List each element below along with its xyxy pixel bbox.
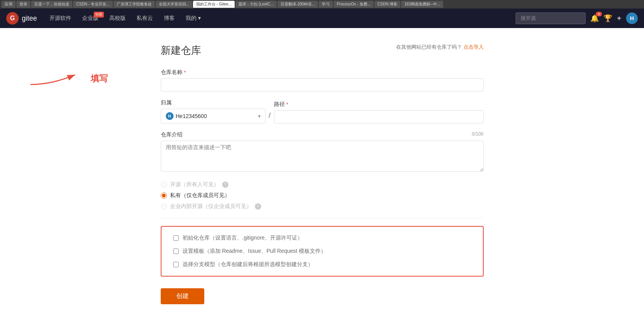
dropdown-chevron-icon: ▾: [258, 113, 261, 119]
repo-name-input[interactable]: [161, 78, 484, 92]
public-radio[interactable]: [161, 182, 167, 188]
nav-mine[interactable]: 我的 ▾: [181, 12, 205, 24]
create-button[interactable]: 创建: [161, 288, 204, 304]
repo-name-label: 仓库名称 *: [161, 69, 484, 76]
public-help-icon[interactable]: ?: [222, 182, 228, 188]
brand-name: gitee: [22, 14, 37, 23]
tab-login[interactable]: 登录: [16, 1, 30, 8]
visibility-enterprise[interactable]: 企业内部开源（仅企业成员可见） ?: [161, 203, 484, 210]
annotation: 填写: [91, 73, 108, 85]
main-content: 新建仓库 在其他网站已经有仓库了吗？ 点击导入 填写: [0, 28, 644, 328]
tab-163[interactable]: 163网易免费邮--中...: [401, 1, 443, 8]
form-container: 新建仓库 在其他网站已经有仓库了吗？ 点击导入 填写: [153, 44, 491, 304]
enterprise-badge: 特惠: [94, 12, 104, 18]
set-template-label: 设置模板（添加 Readme、Issue、Pull Request 模板文件）: [182, 248, 326, 255]
import-link[interactable]: 点击导入: [463, 44, 484, 50]
enterprise-help-icon[interactable]: ?: [255, 203, 261, 210]
nav-opensource[interactable]: 开源软件: [45, 12, 76, 24]
visibility-group: 开源（所有人可见） ? 私有（仅仓库成员可见） 企业内部开源（仅企业成员可见） …: [161, 181, 484, 210]
brand-logo[interactable]: G gitee: [6, 12, 37, 25]
navbar: G gitee 开源软件 企业版 特惠 高校版 私有云 博客 我的 ▾ 搜开源 …: [0, 9, 644, 28]
annotation-text: 填写: [91, 73, 108, 85]
tab-fanyi[interactable]: 百度翻译-200种语...: [277, 1, 318, 8]
tab-csdn[interactable]: CSDN - 专业开发...: [73, 1, 113, 8]
checkbox-init: 初始化仓库（设置语言、.gitignore、开源许可证）: [173, 235, 471, 242]
checkbox-template: 设置模板（添加 Readme、Issue、Pull Request 模板文件）: [173, 248, 471, 255]
repo-name-group: 填写 仓库名称 *: [161, 69, 484, 92]
required-star: *: [184, 69, 186, 76]
tab-study[interactable]: 学习: [319, 1, 333, 8]
import-area: 在其他网站已经有仓库了吗？ 点击导入: [396, 44, 484, 51]
nav-enterprise[interactable]: 企业版 特惠: [77, 12, 103, 24]
enterprise-label: 企业内部开源（仅企业成员可见）: [170, 203, 252, 210]
notification-count: 6: [596, 12, 602, 16]
browser-tabs: 应用 登录 百度一下，你就知道 CSDN - 专业开发... 广东理工学院教务处…: [0, 0, 644, 9]
visibility-private[interactable]: 私有（仅仓库成员可见）: [161, 192, 484, 199]
path-input[interactable]: [274, 110, 484, 123]
tab-baidu[interactable]: 百度一下，你就知道: [31, 1, 72, 8]
add-button[interactable]: +: [617, 14, 621, 23]
tab-processon[interactable]: ProcessOn - 免费...: [333, 1, 374, 8]
public-label: 开源（所有人可见）: [170, 181, 219, 188]
search-input[interactable]: 搜开源: [516, 12, 586, 24]
import-text: 在其他网站已经有仓库了吗？: [396, 44, 462, 50]
visibility-public[interactable]: 开源（所有人可见） ?: [161, 181, 484, 188]
divider: [161, 218, 484, 218]
path-separator: /: [266, 111, 274, 123]
tab-gdut[interactable]: 广东理工学院教务处: [114, 1, 155, 8]
owner-value: He12345600: [176, 113, 207, 119]
nav-university[interactable]: 高校版: [105, 12, 130, 24]
path-required-star: *: [286, 101, 288, 108]
checkbox-branch: 选择分支模型（仓库创建后将根据所选模型创建分支）: [173, 261, 471, 268]
tab-cet[interactable]: 全国大学英语四...: [156, 1, 192, 8]
description-group: 仓库介绍 0/100: [161, 131, 484, 173]
tab-app[interactable]: 应用: [2, 1, 16, 8]
owner-path-row: 归属 H He12345600 ▾ / 路径 *: [161, 99, 484, 123]
user-avatar[interactable]: H: [626, 12, 638, 24]
tab-csdn2[interactable]: CSDN 博客: [374, 1, 400, 8]
init-repo-checkbox[interactable]: [173, 235, 179, 241]
owner-label: 归属: [161, 99, 266, 106]
gitee-logo-icon: G: [6, 12, 19, 25]
branch-model-checkbox[interactable]: [173, 262, 179, 267]
path-label: 路径 *: [274, 101, 484, 108]
nav-private-cloud[interactable]: 私有云: [132, 12, 158, 24]
owner-select[interactable]: H He12345600 ▾: [161, 109, 266, 123]
tab-leetcode[interactable]: 题库 - 力扣 (LeetC...: [235, 1, 277, 8]
trophy-icon[interactable]: 🏆: [604, 14, 612, 23]
nav-links: 开源软件 企业版 特惠 高校版 私有云 博客 我的 ▾: [45, 12, 508, 24]
set-template-checkbox[interactable]: [173, 249, 179, 254]
arrow-icon: [28, 71, 79, 86]
nav-blog[interactable]: 博客: [159, 12, 179, 24]
branch-model-label: 选择分支模型（仓库创建后将根据所选模型创建分支）: [182, 261, 313, 268]
description-label: 仓库介绍: [161, 131, 182, 138]
notification-button[interactable]: 🔔 6: [590, 14, 599, 23]
page-title: 新建仓库: [161, 44, 201, 57]
owner-group: 归属 H He12345600 ▾: [161, 99, 266, 123]
private-radio[interactable]: [161, 192, 167, 199]
nav-actions: 搜开源 🔔 6 🏆 + H: [516, 12, 638, 24]
init-repo-label: 初始化仓库（设置语言、.gitignore、开源许可证）: [182, 235, 303, 242]
private-label: 私有（仅仓库成员可见）: [170, 192, 230, 199]
char-count: 0/100: [472, 131, 483, 137]
checkbox-section: 初始化仓库（设置语言、.gitignore、开源许可证） 设置模板（添加 Rea…: [161, 226, 484, 277]
enterprise-radio[interactable]: [161, 203, 167, 210]
description-input[interactable]: [161, 141, 484, 172]
tab-gitee[interactable]: 我的工作台 - Gitee...: [193, 1, 235, 8]
owner-avatar: H: [166, 112, 174, 120]
form-header: 新建仓库 在其他网站已经有仓库了吗？ 点击导入: [161, 44, 484, 57]
path-group: 路径 *: [274, 101, 484, 123]
